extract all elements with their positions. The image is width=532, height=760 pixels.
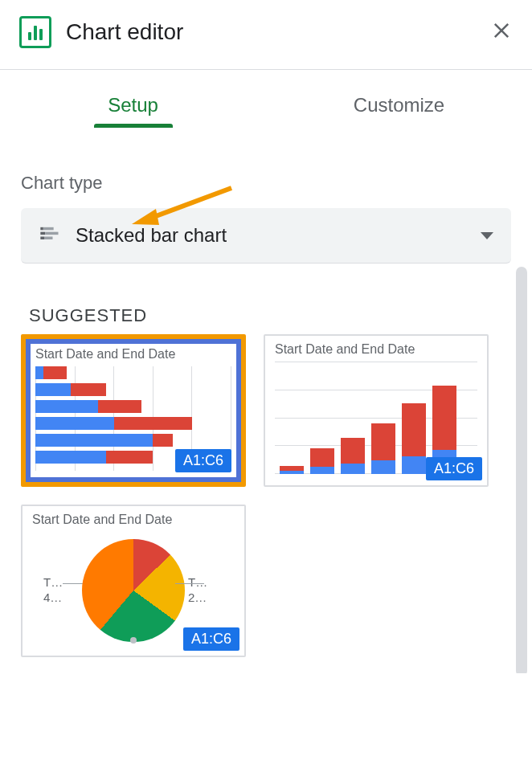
tab-customize[interactable]: Customize bbox=[266, 94, 532, 128]
svg-rect-6 bbox=[40, 237, 44, 240]
suggested-heading: SUGGESTED bbox=[29, 305, 532, 326]
svg-rect-2 bbox=[40, 227, 43, 231]
panel-title: Chart editor bbox=[66, 19, 476, 45]
thumb-title: Start Date and End Date bbox=[32, 513, 235, 527]
stacked-bar-icon bbox=[39, 223, 61, 248]
range-badge: A1:C6 bbox=[426, 457, 482, 480]
scrollbar[interactable] bbox=[516, 267, 527, 673]
chart-editor-icon bbox=[19, 16, 51, 48]
chevron-down-icon bbox=[481, 232, 493, 239]
range-badge: A1:C6 bbox=[183, 627, 239, 651]
pie-label: T… bbox=[43, 575, 63, 590]
close-icon[interactable] bbox=[490, 19, 513, 45]
chart-type-dropdown[interactable]: Stacked bar chart bbox=[21, 208, 511, 264]
chart-type-label: Chart type bbox=[21, 173, 532, 194]
tab-setup[interactable]: Setup bbox=[0, 94, 266, 128]
pie-label: T… bbox=[188, 575, 223, 590]
chart-type-selected: Stacked bar chart bbox=[76, 224, 466, 247]
svg-rect-4 bbox=[40, 232, 45, 235]
svg-rect-7 bbox=[44, 237, 53, 240]
thumb-title: Start Date and End Date bbox=[275, 342, 477, 357]
suggestion-pie[interactable]: Start Date and End Date T… 4… T… 2… A1:C… bbox=[21, 505, 246, 657]
pie-label: 2… bbox=[188, 590, 223, 606]
thumb-title: Start Date and End Date bbox=[35, 347, 231, 362]
suggestion-stacked-bar[interactable]: Start Date and End Date A1:C6 bbox=[21, 334, 246, 487]
range-badge: A1:C6 bbox=[175, 449, 231, 472]
svg-rect-3 bbox=[43, 227, 54, 231]
divider bbox=[0, 69, 532, 70]
suggestion-stacked-column[interactable]: Start Date and End Date A1:C6 bbox=[264, 334, 489, 487]
svg-rect-5 bbox=[45, 232, 58, 235]
pie-label: 4… bbox=[43, 590, 62, 606]
